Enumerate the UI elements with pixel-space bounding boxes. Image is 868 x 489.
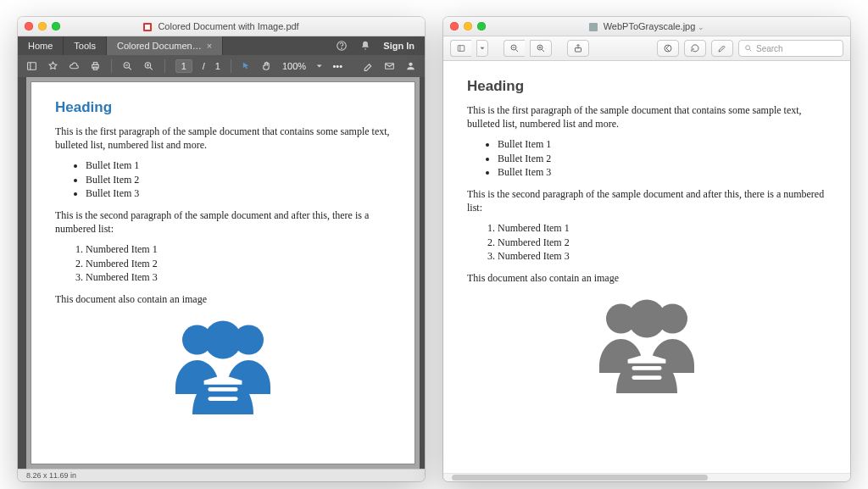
chevron-down-icon [480, 46, 485, 51]
svg-rect-40 [632, 366, 661, 370]
close-window-button[interactable] [25, 22, 33, 31]
pdf-page: Heading This is the first paragraph of t… [31, 82, 415, 464]
sign-in-link[interactable]: Sign In [383, 41, 415, 51]
pdf-file-icon [143, 23, 152, 31]
star-icon[interactable] [47, 60, 58, 72]
acrobat-toolbar: 1 / 1 100% ••• [18, 55, 425, 77]
edit-button[interactable] [711, 40, 733, 57]
svg-line-30 [542, 50, 545, 53]
maximize-window-button[interactable] [477, 22, 486, 31]
doc-paragraph-1: This is the first paragraph of the sampl… [467, 103, 826, 131]
preview-viewport: Heading This is the first paragraph of t… [443, 61, 850, 473]
horizontal-scrollbar[interactable] [443, 473, 850, 481]
svg-rect-7 [93, 63, 97, 65]
zoom-in-icon [536, 43, 546, 53]
list-item: Numbered Item 1 [86, 242, 391, 256]
list-item: Numbered Item 2 [86, 257, 391, 270]
tab-home[interactable]: Home [18, 36, 64, 55]
hand-tool-icon[interactable] [261, 60, 272, 72]
svg-point-20 [204, 321, 242, 359]
markup-button[interactable] [657, 40, 679, 57]
svg-rect-0 [143, 23, 152, 31]
list-item: Numbered Item 1 [498, 221, 826, 235]
maximize-window-button[interactable] [52, 22, 60, 31]
window-controls[interactable] [450, 22, 486, 31]
search-icon [744, 44, 753, 53]
tab-tools[interactable]: Tools [64, 36, 107, 55]
rotate-button[interactable] [684, 40, 706, 57]
zoom-out-icon[interactable] [122, 60, 133, 72]
svg-rect-21 [208, 387, 237, 392]
acrobat-viewport: Heading This is the first paragraph of t… [18, 77, 425, 469]
close-tab-icon[interactable]: × [207, 41, 212, 51]
doc-paragraph-1: This is the first paragraph of the sampl… [55, 125, 391, 152]
doc-paragraph-3: This document also contain an image [55, 292, 391, 306]
selection-tool-icon[interactable] [242, 61, 251, 71]
doc-heading: Heading [467, 78, 826, 95]
svg-point-35 [746, 46, 750, 50]
preview-titlebar: WebPToGrayscale.jpg ⌄ [443, 17, 850, 36]
list-item: Bullet Item 2 [498, 152, 826, 165]
help-icon[interactable] [336, 40, 348, 52]
pencil-icon [717, 43, 727, 53]
zoom-in-button[interactable] [530, 40, 552, 57]
list-item: Bullet Item 3 [86, 186, 391, 200]
sidebar-view-button[interactable] [450, 40, 471, 57]
minimize-window-button[interactable] [464, 22, 472, 31]
acrobat-tab-bar: Home Tools Colored Documen… × Sign In [18, 36, 425, 55]
window-controls[interactable] [25, 22, 60, 31]
zoom-dropdown-icon[interactable] [316, 63, 322, 69]
people-group-icon [579, 292, 715, 393]
acrobat-status-bar: 8.26 x 11.69 in [18, 469, 425, 481]
list-item: Numbered Item 3 [86, 270, 391, 284]
svg-line-36 [749, 49, 751, 51]
markup-icon [663, 43, 673, 53]
doc-paragraph-2: This is the second paragraph of the samp… [55, 208, 391, 236]
image-file-icon [589, 23, 598, 31]
zoom-level[interactable]: 100% [282, 61, 306, 71]
zoom-out-button[interactable] [504, 40, 525, 57]
sidebar-view-dropdown[interactable] [476, 40, 488, 57]
bell-icon[interactable] [359, 40, 371, 52]
svg-point-17 [409, 63, 412, 66]
search-placeholder: Search [756, 44, 783, 53]
svg-rect-23 [589, 23, 598, 31]
svg-rect-4 [28, 63, 36, 70]
svg-point-3 [342, 48, 342, 49]
page-separator: / [203, 61, 205, 71]
tab-document[interactable]: Colored Documen… × [107, 36, 223, 55]
acrobat-right-panel[interactable] [420, 77, 425, 469]
print-icon[interactable] [90, 60, 101, 72]
list-item: Bullet Item 1 [498, 137, 826, 151]
sidebar-toggle-icon[interactable] [26, 60, 37, 72]
close-window-button[interactable] [450, 22, 459, 31]
title-chevron-icon[interactable]: ⌄ [698, 23, 704, 31]
sidebar-icon [456, 44, 466, 53]
doc-paragraph-2: This is the second paragraph of the samp… [467, 187, 826, 214]
more-menu[interactable]: ••• [333, 61, 343, 71]
doc-heading: Heading [55, 99, 391, 116]
mail-icon[interactable] [384, 60, 395, 72]
doc-bullet-list: Bullet Item 1 Bullet Item 2 Bullet Item … [55, 158, 391, 200]
svg-rect-24 [458, 46, 465, 52]
svg-rect-22 [208, 397, 237, 401]
people-group-icon [155, 313, 291, 414]
user-icon[interactable] [405, 60, 416, 72]
zoom-in-icon[interactable] [143, 60, 154, 72]
search-field[interactable]: Search [738, 40, 843, 57]
svg-line-10 [129, 68, 131, 70]
image-content: Heading This is the first paragraph of t… [443, 61, 850, 473]
cloud-icon[interactable] [69, 60, 80, 72]
svg-point-34 [665, 45, 671, 52]
acrobat-left-panel[interactable] [18, 77, 26, 469]
list-item: Numbered Item 3 [498, 249, 826, 263]
share-icon [573, 43, 583, 53]
doc-bullet-list: Bullet Item 1 Bullet Item 2 Bullet Item … [467, 137, 826, 179]
svg-line-13 [150, 68, 153, 70]
list-item: Bullet Item 1 [86, 158, 391, 172]
erase-icon[interactable] [363, 60, 374, 72]
minimize-window-button[interactable] [38, 22, 47, 31]
acrobat-window: Colored Document with Image.pdf Home Too… [18, 17, 425, 481]
share-button[interactable] [567, 40, 589, 57]
page-current[interactable]: 1 [175, 59, 192, 73]
